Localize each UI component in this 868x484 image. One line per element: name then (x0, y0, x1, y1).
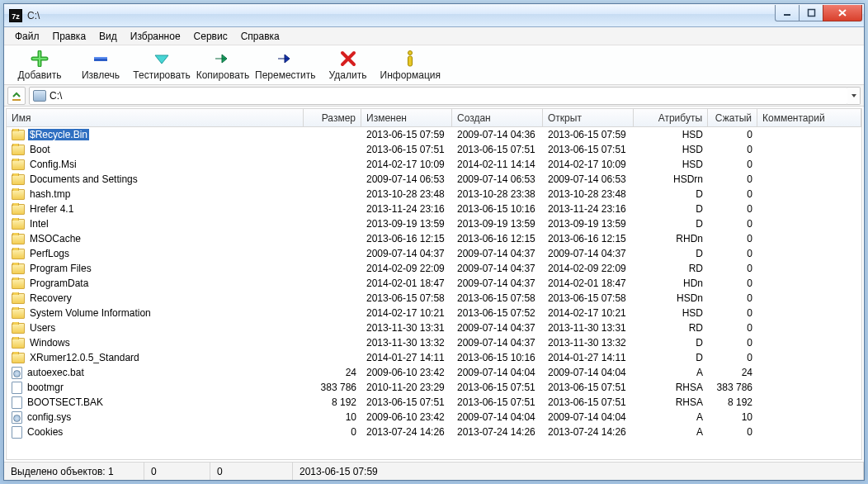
file-icon (12, 426, 22, 439)
table-row[interactable]: Hrefer 4.12013-11-24 23:162013-06-15 10:… (7, 202, 861, 216)
copy-icon (213, 50, 233, 68)
table-row[interactable]: Cookies02013-07-24 14:262013-07-24 14:26… (7, 425, 861, 439)
header-size[interactable]: Размер (304, 109, 361, 126)
title-bar[interactable]: 7z C:\ (4, 4, 864, 27)
table-row[interactable]: $Recycle.Bin2013-06-15 07:592009-07-14 0… (7, 127, 861, 142)
delete-icon (340, 50, 356, 68)
table-row[interactable]: Boot2013-06-15 07:512013-06-15 07:512013… (7, 142, 861, 157)
toolbutton-info[interactable]: Информация (380, 47, 441, 83)
table-row[interactable]: System Volume Information2014-02-17 10:2… (7, 306, 861, 320)
menu-item-0[interactable]: Файл (9, 29, 45, 44)
file-name: Windows (28, 337, 72, 349)
header-attr[interactable]: Атрибуты (634, 109, 708, 126)
table-row[interactable]: PerfLogs2009-07-14 04:372009-07-14 04:37… (7, 246, 861, 261)
file-opened: 2013-06-15 07:59 (543, 129, 634, 140)
file-modified: 2013-11-30 13:31 (361, 322, 452, 334)
folder-icon (12, 130, 25, 140)
file-created: 2013-06-15 10:16 (452, 352, 543, 363)
header-name[interactable]: Имя (7, 109, 304, 126)
file-packed: 0 (708, 322, 757, 334)
table-row[interactable]: Recovery2013-06-15 07:582013-06-15 07:58… (7, 291, 861, 306)
file-name: Config.Msi (28, 159, 78, 170)
file-name: Hrefer 4.1 (28, 203, 75, 215)
table-row[interactable]: Documents and Settings2009-07-14 06:5320… (7, 172, 861, 187)
toolbutton-delete[interactable]: Удалить (319, 47, 377, 83)
file-opened: 2009-07-14 04:04 (543, 411, 634, 423)
path-dropdown[interactable] (847, 87, 861, 105)
file-created: 2013-07-24 14:26 (452, 426, 543, 438)
file-packed: 0 (708, 173, 757, 185)
file-name: XRumer12.0.5_Standard (28, 352, 141, 363)
file-modified: 2013-06-15 07:51 (361, 396, 452, 408)
header-opened[interactable]: Открыт (543, 109, 634, 126)
folder-icon (12, 189, 25, 200)
header-modified[interactable]: Изменен (361, 109, 452, 126)
table-row[interactable]: config.sys102009-06-10 23:422009-07-14 0… (7, 410, 861, 425)
toolbutton-copy[interactable]: Копировать (194, 47, 252, 83)
toolbutton-move[interactable]: Переместить (255, 47, 316, 83)
file-name: Intel (28, 218, 50, 230)
toolbutton-extract[interactable]: Извлечь (72, 47, 130, 83)
file-packed: 383 786 (708, 382, 757, 393)
toolbutton-add[interactable]: Добавить (11, 47, 68, 83)
table-row[interactable]: bootmgr383 7862010-11-20 23:292013-06-15… (7, 380, 861, 395)
svg-point-4 (408, 50, 413, 55)
toolbutton-test[interactable]: Тестировать (133, 47, 191, 83)
file-packed: 0 (708, 218, 757, 230)
folder-icon (12, 219, 25, 230)
table-row[interactable]: XRumer12.0.5_Standard2014-01-27 14:11201… (7, 350, 861, 365)
address-bar: C:\ (4, 85, 864, 107)
folder-icon (12, 323, 25, 334)
file-size: 0 (304, 426, 361, 438)
file-modified: 2013-06-16 12:15 (361, 233, 452, 244)
file-opened: 2013-07-24 14:26 (543, 426, 634, 438)
file-packed: 0 (708, 188, 757, 200)
table-row[interactable]: Config.Msi2014-02-17 10:092014-02-11 14:… (7, 157, 861, 172)
file-modified: 2013-09-19 13:59 (361, 218, 452, 230)
app-icon: 7z (9, 9, 22, 22)
status-date: 2013-06-15 07:59 (293, 463, 864, 480)
toolbutton-label: Копировать (196, 69, 250, 81)
file-packed: 0 (708, 129, 757, 140)
table-row[interactable]: autoexec.bat242009-06-10 23:422009-07-14… (7, 365, 861, 380)
header-comment[interactable]: Комментарий (757, 109, 861, 126)
table-row[interactable]: Program Files2014-02-09 22:092009-07-14 … (7, 261, 861, 276)
menu-item-4[interactable]: Сервис (188, 29, 234, 44)
status-col2: 0 (144, 463, 210, 480)
file-created: 2013-06-15 07:51 (452, 382, 543, 393)
file-name: $Recycle.Bin (28, 129, 89, 140)
path-input[interactable]: C:\ (29, 87, 848, 105)
file-rows[interactable]: $Recycle.Bin2013-06-15 07:592009-07-14 0… (7, 127, 861, 459)
file-name: ProgramData (28, 278, 90, 289)
table-row[interactable]: MSOCache2013-06-16 12:152013-06-16 12:15… (7, 231, 861, 246)
menu-item-2[interactable]: Вид (93, 29, 123, 44)
file-size: 24 (304, 367, 361, 378)
table-row[interactable]: Windows2013-11-30 13:322009-07-14 04:372… (7, 335, 861, 350)
file-name: autoexec.bat (26, 367, 86, 378)
file-attr: A (634, 426, 708, 438)
up-button[interactable] (7, 87, 26, 105)
window-title: C:\ (27, 10, 776, 21)
menu-item-1[interactable]: Правка (47, 29, 92, 44)
menu-item-5[interactable]: Справка (235, 29, 285, 44)
file-created: 2009-07-14 04:04 (452, 367, 543, 378)
file-packed: 0 (708, 203, 757, 215)
table-row[interactable]: BOOTSECT.BAK8 1922013-06-15 07:512013-06… (7, 395, 861, 410)
file-opened: 2013-11-30 13:31 (543, 322, 634, 334)
table-row[interactable]: Users2013-11-30 13:312009-07-14 04:37201… (7, 320, 861, 335)
file-modified: 2014-01-27 14:11 (361, 352, 452, 363)
file-attr: RHSA (634, 396, 708, 408)
table-row[interactable]: Intel2013-09-19 13:592013-09-19 13:59201… (7, 216, 861, 231)
close-button[interactable] (823, 5, 862, 21)
table-row[interactable]: ProgramData2014-02-01 18:472009-07-14 04… (7, 276, 861, 291)
file-name: System Volume Information (28, 307, 153, 319)
file-attr: HSDrn (634, 173, 708, 185)
header-created[interactable]: Создан (452, 109, 543, 126)
file-name: Documents and Settings (28, 173, 139, 185)
menu-item-3[interactable]: Избранное (125, 29, 186, 44)
table-row[interactable]: hash.tmp2013-10-28 23:482013-10-28 23:38… (7, 187, 861, 202)
header-packed[interactable]: Сжатый (708, 109, 757, 126)
folder-icon (12, 263, 25, 274)
minimize-button[interactable] (775, 5, 800, 21)
maximize-button[interactable] (799, 5, 823, 21)
